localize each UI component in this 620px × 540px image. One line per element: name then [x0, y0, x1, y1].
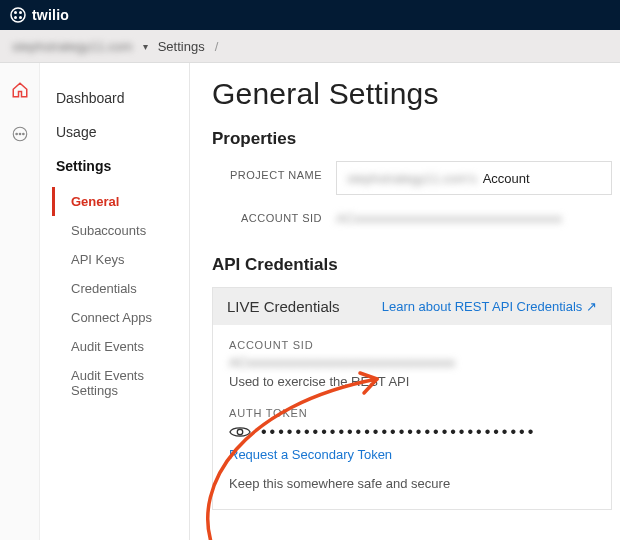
brand[interactable]: twilio	[10, 7, 69, 23]
svg-point-9	[237, 429, 243, 435]
svg-point-4	[19, 16, 22, 19]
sidebar-item-settings[interactable]: Settings	[40, 149, 189, 183]
sidebar-item-usage[interactable]: Usage	[40, 115, 189, 149]
api-credentials-heading: API Credentials	[212, 255, 612, 275]
svg-point-2	[19, 11, 22, 14]
svg-point-0	[11, 8, 25, 22]
project-name-input[interactable]: stephstrategy11.com's Account	[336, 161, 612, 195]
cred-account-sid-value[interactable]: ACxxxxxxxxxxxxxxxxxxxxxxxxxxxxxxxx	[229, 355, 595, 370]
icon-rail	[0, 63, 40, 540]
sidebar-sub-auditeventsettings[interactable]: Audit Events Settings	[52, 361, 189, 405]
eye-icon[interactable]	[229, 425, 251, 439]
auth-token-label: AUTH TOKEN	[229, 407, 595, 419]
sidebar: Dashboard Usage Settings General Subacco…	[40, 63, 190, 540]
properties-heading: Properties	[212, 129, 612, 149]
svg-point-6	[15, 133, 17, 135]
sidebar-item-dashboard[interactable]: Dashboard	[40, 81, 189, 115]
project-name-obscured: stephstrategy11.com's	[347, 171, 477, 186]
sidebar-sub-auditevents[interactable]: Audit Events	[52, 332, 189, 361]
main-panel: General Settings Properties PROJECT NAME…	[190, 63, 620, 540]
content: Dashboard Usage Settings General Subacco…	[0, 63, 620, 540]
breadcrumb-bar: stephstrategy11.com ▾ Settings /	[0, 30, 620, 63]
auth-token-masked[interactable]: ••••••••••••••••••••••••••••••••	[261, 423, 595, 441]
chevron-down-icon[interactable]: ▾	[143, 41, 148, 52]
live-credentials-head: LIVE Credentials Learn about REST API Cr…	[213, 288, 611, 325]
svg-point-1	[14, 11, 17, 14]
live-credentials-box: LIVE Credentials Learn about REST API Cr…	[212, 287, 612, 510]
breadcrumb-current[interactable]: Settings	[158, 39, 205, 54]
live-credentials-title: LIVE Credentials	[227, 298, 340, 315]
project-name-suffix: Account	[483, 171, 530, 186]
twilio-logo-icon	[10, 7, 26, 23]
home-icon[interactable]	[11, 81, 29, 99]
auth-token-row: ••••••••••••••••••••••••••••••••	[229, 423, 595, 441]
cred-account-sid-label: ACCOUNT SID	[229, 339, 595, 351]
breadcrumb-project[interactable]: stephstrategy11.com	[12, 39, 133, 54]
secondary-token-link[interactable]: Request a Secondary Token	[229, 447, 595, 462]
sidebar-sublist: General Subaccounts API Keys Credentials…	[40, 183, 189, 405]
keep-safe-text: Keep this somewhere safe and secure	[229, 476, 595, 491]
learn-api-link[interactable]: Learn about REST API Credentials ↗	[382, 299, 597, 314]
svg-point-8	[22, 133, 24, 135]
brand-name: twilio	[32, 7, 69, 23]
account-sid-value: ACxxxxxxxxxxxxxxxxxxxxxxxxxxxxxxxx	[336, 209, 612, 227]
cred-account-sid-help: Used to exercise the REST API	[229, 374, 595, 389]
project-name-label: PROJECT NAME	[212, 161, 322, 195]
properties-grid: PROJECT NAME stephstrategy11.com's Accou…	[212, 161, 612, 227]
sidebar-sub-apikeys[interactable]: API Keys	[52, 245, 189, 274]
account-sid-label: ACCOUNT SID	[212, 212, 322, 224]
breadcrumb-sep: /	[215, 39, 219, 54]
account-sid-obscured: ACxxxxxxxxxxxxxxxxxxxxxxxxxxxxxxxx	[336, 211, 562, 226]
sidebar-sub-credentials[interactable]: Credentials	[52, 274, 189, 303]
sidebar-sub-subaccounts[interactable]: Subaccounts	[52, 216, 189, 245]
top-bar: twilio	[0, 0, 620, 30]
svg-point-3	[14, 16, 17, 19]
sidebar-sub-general[interactable]: General	[52, 187, 189, 216]
svg-point-7	[19, 133, 21, 135]
page-title: General Settings	[212, 77, 612, 111]
live-credentials-body: ACCOUNT SID ACxxxxxxxxxxxxxxxxxxxxxxxxxx…	[213, 325, 611, 509]
more-icon[interactable]	[11, 125, 29, 143]
sidebar-sub-connectapps[interactable]: Connect Apps	[52, 303, 189, 332]
